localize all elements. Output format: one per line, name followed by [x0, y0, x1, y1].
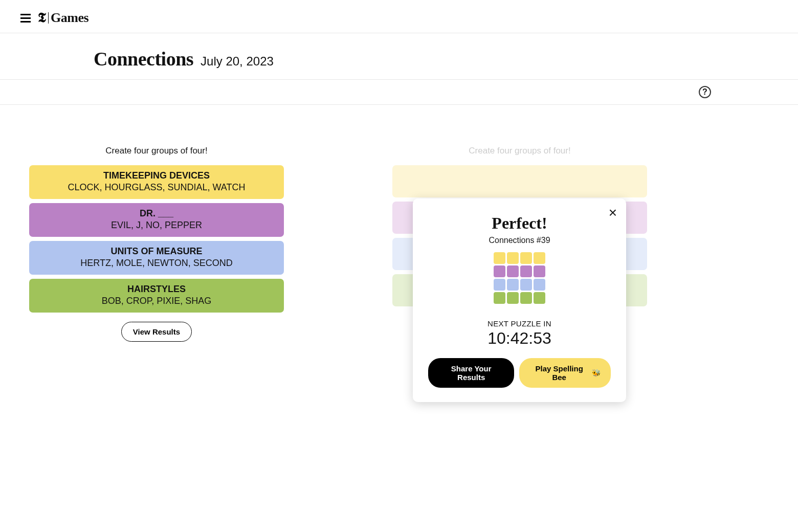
- group-purple: DR. ___ EVIL, J, NO, PEPPER: [29, 203, 284, 237]
- menu-icon[interactable]: [20, 14, 31, 23]
- group-words: HERTZ, MOLE, NEWTON, SECOND: [33, 258, 280, 269]
- group-title: DR. ___: [33, 208, 280, 219]
- group-title: UNITS OF MEASURE: [33, 246, 280, 257]
- nyt-games-logo[interactable]: 𝕿 Games: [38, 10, 88, 26]
- result-cell: [494, 265, 505, 277]
- result-cell: [534, 252, 545, 264]
- group-yellow-faded: [392, 165, 647, 197]
- result-cell: [507, 279, 519, 291]
- result-row-purple: [494, 265, 545, 277]
- group-title: HAIRSTYLES: [33, 284, 280, 295]
- result-cell: [534, 279, 545, 291]
- result-row-yellow: [494, 252, 545, 264]
- result-grid: [428, 252, 611, 304]
- group-green: HAIRSTYLES BOB, CROP, PIXIE, SHAG: [29, 279, 284, 313]
- view-results-button[interactable]: View Results: [121, 322, 192, 342]
- logo-divider: [48, 12, 49, 24]
- instruction-text: Create four groups of four!: [29, 146, 284, 156]
- spelling-bee-label: Play Spelling Bee: [529, 364, 589, 382]
- modal-heading: Perfect!: [428, 214, 611, 233]
- group-words: BOB, CROP, PIXIE, SHAG: [33, 296, 280, 306]
- solved-board: Create four groups of four! TIMEKEEPING …: [29, 146, 284, 342]
- nyt-t-icon: 𝕿: [38, 10, 46, 26]
- result-cell: [534, 265, 545, 277]
- app-header: 𝕿 Games: [0, 0, 798, 33]
- bee-icon: 🐝: [592, 369, 601, 377]
- result-cell: [520, 279, 532, 291]
- group-yellow: TIMEKEEPING DEVICES CLOCK, HOURGLASS, SU…: [29, 165, 284, 199]
- game-date: July 20, 2023: [201, 54, 274, 69]
- result-row-green: [494, 292, 545, 304]
- help-icon[interactable]: ?: [699, 86, 711, 98]
- close-icon[interactable]: ×: [609, 206, 617, 220]
- next-puzzle-timer: 10:42:53: [428, 329, 611, 348]
- result-cell: [534, 292, 545, 304]
- result-cell: [520, 292, 532, 304]
- result-cell: [520, 265, 532, 277]
- game-title: Connections: [94, 48, 193, 70]
- result-cell: [507, 265, 519, 277]
- results-modal: × Perfect! Connections #39: [413, 198, 626, 402]
- toolbar: ?: [0, 80, 798, 105]
- result-cell: [520, 252, 532, 264]
- result-cell: [494, 292, 505, 304]
- next-puzzle-label: NEXT PUZZLE IN: [428, 319, 611, 328]
- result-cell: [507, 292, 519, 304]
- result-cell: [494, 279, 505, 291]
- share-results-button[interactable]: Share Your Results: [428, 358, 514, 388]
- title-bar: Connections July 20, 2023: [0, 33, 798, 80]
- modal-subtitle: Connections #39: [428, 236, 611, 245]
- brand-text: Games: [51, 10, 88, 26]
- group-blue: UNITS OF MEASURE HERTZ, MOLE, NEWTON, SE…: [29, 241, 284, 275]
- play-spelling-bee-button[interactable]: Play Spelling Bee 🐝: [519, 358, 611, 388]
- result-row-blue: [494, 279, 545, 291]
- group-words: EVIL, J, NO, PEPPER: [33, 220, 280, 231]
- result-cell: [507, 252, 519, 264]
- result-cell: [494, 252, 505, 264]
- group-words: CLOCK, HOURGLASS, SUNDIAL, WATCH: [33, 182, 280, 193]
- instruction-text-faded: Create four groups of four!: [392, 146, 647, 156]
- group-title: TIMEKEEPING DEVICES: [33, 170, 280, 181]
